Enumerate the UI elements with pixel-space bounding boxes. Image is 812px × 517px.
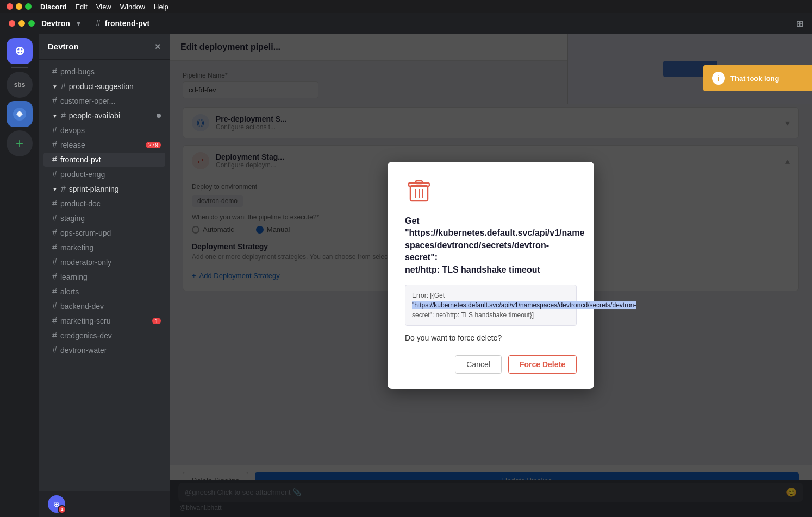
traffic-lights-menubar — [7, 3, 32, 10]
server-icon-devtron[interactable] — [7, 101, 33, 127]
channel-dot-people-availabi — [157, 114, 161, 118]
channel-hash-icon: # — [96, 18, 101, 28]
channel-name-product-suggestion: product-suggestion — [69, 82, 134, 91]
server-name-label: Devtron — [48, 42, 79, 51]
add-server-button[interactable]: + — [7, 130, 33, 156]
hash-icon-moderator-only: # — [52, 257, 57, 267]
toast-notification: i That took long — [703, 65, 812, 91]
modal-question: Do you want to force delete? — [405, 333, 577, 342]
discord-titlebar: Devtron ▾ # frontend-pvt ⊞ — [0, 13, 812, 34]
error-url-highlight: "https://kubernetes.default.svc/api/v1/n… — [412, 301, 636, 309]
hash-icon-frontend-pvt: # — [52, 155, 57, 165]
channel-server-name: Devtron ✕ — [39, 34, 170, 60]
fullscreen-window-btn[interactable] — [28, 20, 35, 27]
channel-item-marketing[interactable]: # marketing — [43, 241, 165, 255]
titlebar-right-icons: ⊞ — [796, 18, 803, 29]
discord-window: Devtron ▾ # frontend-pvt ⊞ ⊕ sbs — [0, 13, 812, 517]
content-area: Edit deployment pipeli... × Pipeline Nam… — [170, 34, 812, 517]
user-notification-badge: 1 — [58, 505, 66, 514]
modal-title-get: Get — [405, 216, 420, 225]
channel-item-people-availabi[interactable]: ▼ # people-availabi — [43, 109, 165, 123]
close-window-btn[interactable] — [9, 20, 15, 27]
channel-name-ops-scrum-upd: ops-scrum-upd — [60, 229, 111, 237]
channel-item-devops[interactable]: # devops — [43, 123, 165, 137]
channel-item-frontend-pvt[interactable]: # frontend-pvt — [43, 153, 165, 167]
modal-error-box: Error: [{Get "https://kubernetes.default… — [405, 285, 577, 326]
server-sidebar: ⊕ sbs + — [0, 34, 39, 517]
channel-title-area: # frontend-pvt — [96, 18, 149, 28]
channel-name-release: release — [60, 141, 85, 149]
hash-icon-devtron-water: # — [52, 345, 57, 355]
menu-edit[interactable]: Edit — [75, 3, 87, 11]
menu-help[interactable]: Help — [154, 3, 168, 11]
channel-item-credgenics-dev[interactable]: # credgenics-dev — [43, 329, 165, 343]
minimize-window-btn[interactable] — [18, 20, 25, 27]
modal-title-url1: "https://kubernetes.default.svc/api/v1/n… — [405, 228, 584, 237]
hash-icon-marketing: # — [52, 243, 57, 253]
channel-item-customer-operations[interactable]: # customer-oper... — [43, 94, 165, 108]
channel-title: frontend-pvt — [105, 19, 149, 28]
arrow-people-availabi: ▼ — [52, 113, 58, 119]
channel-badge-release: 279 — [146, 142, 161, 148]
modal-trash-container — [405, 177, 577, 207]
title-dropdown-icon[interactable]: ▾ — [77, 19, 80, 28]
channel-badge-marketing-scru: 1 — [152, 318, 161, 324]
user-area: ⊕ 1 — [39, 491, 170, 517]
hash-icon-marketing-scru: # — [52, 316, 57, 326]
channel-item-product-suggestion[interactable]: ▼ # product-suggestion — [43, 79, 165, 93]
channel-item-product-doc[interactable]: # product-doc — [43, 197, 165, 211]
hash-icon-product-doc: # — [52, 199, 57, 209]
menu-view[interactable]: View — [96, 3, 111, 11]
server-settings-icon[interactable]: ✕ — [154, 42, 161, 51]
channel-name-product-doc: product-doc — [60, 199, 101, 208]
channel-name-marketing: marketing — [60, 243, 93, 252]
hash-icon-sprint-planning: # — [61, 184, 66, 194]
discord-main: ⊕ sbs + Devtron ✕ — [0, 34, 812, 517]
channel-name-customer-operations: customer-oper... — [60, 97, 115, 105]
arrow-product-suggestion: ▼ — [52, 84, 58, 90]
hash-icon-ops-scrum-upd: # — [52, 228, 57, 238]
channel-item-backend-dev[interactable]: # backend-dev — [43, 299, 165, 313]
hash-icon-product-suggestion: # — [61, 81, 66, 91]
cancel-button[interactable]: Cancel — [455, 355, 502, 374]
menu-window[interactable]: Window — [120, 3, 145, 11]
channel-name-learning: learning — [60, 273, 88, 281]
svg-rect-3 — [416, 181, 422, 184]
toast-info-icon: i — [712, 72, 725, 85]
channel-list: # prod-bugs ▼ # product-suggestion # cus… — [39, 60, 170, 362]
channel-item-staging[interactable]: # staging — [43, 211, 165, 225]
error-suffix: secret": net/http: TLS handshake timeout… — [412, 311, 534, 319]
app-name: Discord — [40, 3, 66, 11]
channel-item-learning[interactable]: # learning — [43, 270, 165, 284]
discord-home-icon[interactable]: ⊕ — [7, 38, 33, 64]
force-delete-button[interactable]: Force Delete — [508, 355, 577, 374]
hash-icon-customer-operations: # — [52, 96, 57, 106]
server-icon-sbs[interactable]: sbs — [7, 72, 33, 98]
hash-icon-release: # — [52, 140, 57, 150]
inbox-icon[interactable]: ⊞ — [796, 19, 803, 28]
channel-name-product-engg: product-engg — [60, 170, 105, 179]
channel-name-prod-bugs: prod-bugs — [60, 67, 95, 76]
channel-item-prod-bugs[interactable]: # prod-bugs — [43, 65, 165, 79]
modal-actions: Cancel Force Delete — [405, 355, 577, 374]
channel-name-sprint-planning: sprint-planning — [69, 185, 119, 193]
devtron-logo-svg — [12, 106, 27, 122]
menubar: Discord Edit View Window Help — [0, 0, 812, 13]
channel-item-product-engg[interactable]: # product-engg — [43, 167, 165, 181]
channel-name-backend-dev: backend-dev — [60, 302, 104, 311]
channel-item-moderator-only[interactable]: # moderator-only — [43, 255, 165, 269]
channel-name-moderator-only: moderator-only — [60, 258, 111, 267]
channel-item-marketing-scru[interactable]: # marketing-scru 1 — [43, 314, 165, 328]
trash-icon — [405, 177, 433, 205]
channel-name-devtron-water: devtron-water — [60, 346, 107, 355]
channel-item-devtron-water[interactable]: # devtron-water — [43, 343, 165, 357]
channel-item-release[interactable]: # release 279 — [43, 138, 165, 152]
hash-icon-product-engg: # — [52, 169, 57, 179]
hash-icon-backend-dev: # — [52, 301, 57, 311]
channel-item-sprint-planning[interactable]: ▼ # sprint-planning — [43, 182, 165, 196]
server-icon-devtron-wrap — [7, 101, 33, 127]
modal-title-timeout: net/http: TLS handshake timeout — [405, 265, 540, 274]
channel-item-alerts[interactable]: # alerts — [43, 285, 165, 299]
toast-text: That took long — [730, 74, 779, 83]
channel-item-ops-scrum-upd[interactable]: # ops-scrum-upd — [43, 226, 165, 240]
